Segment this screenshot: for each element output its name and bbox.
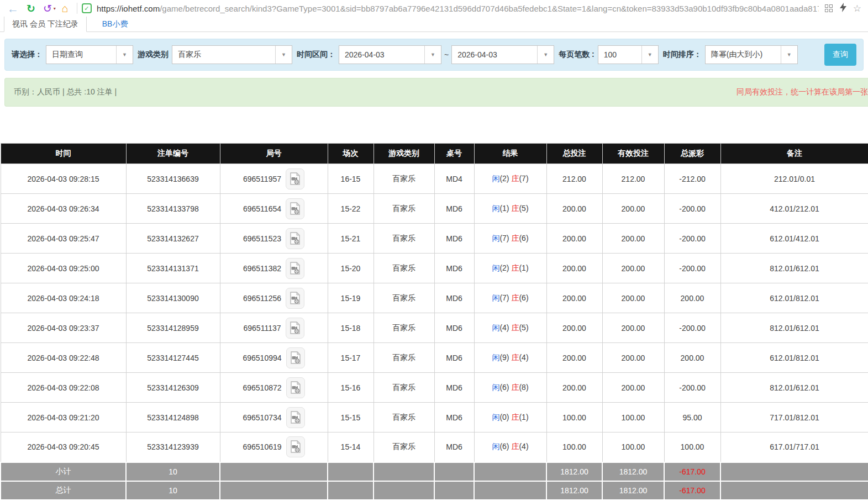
sort-value: 降幂(由大到小) — [706, 46, 781, 64]
cell-total-bet[interactable]: 200.00 — [546, 373, 602, 403]
cell-payout: 200.00 — [664, 283, 720, 313]
tilde-separator: ~ — [444, 50, 449, 59]
url-host: https://iohetf.com — [97, 4, 160, 13]
cell-total-bet[interactable]: 100.00 — [546, 433, 602, 462]
chevron-down-icon[interactable]: ▼ — [781, 46, 797, 64]
total-payout: -617.00 — [664, 481, 720, 500]
total-row: 总计 10 1812.00 1812.00 -617.00 — [1, 481, 868, 500]
filter-panel: 请选择： 日期查询 ▼ 游戏类别 百家乐 ▼ 时间区间： 2026-04-03 … — [4, 39, 864, 71]
page-size-select[interactable]: 100 ▼ — [598, 45, 659, 64]
result-banker-label: 庄 — [511, 234, 519, 242]
game-type-label: 游戏类别 — [138, 50, 169, 60]
cell-note: 812.01/612.01 — [720, 373, 868, 403]
cell-game-type: 百家乐 — [373, 194, 434, 224]
undo-icon[interactable]: ↺ — [43, 3, 52, 14]
table-row: 2026-04-03 09:21:20 523314124898 6965107… — [1, 403, 868, 433]
cell-bet-id: 523314127445 — [126, 343, 220, 373]
toolbar-divider — [77, 3, 77, 14]
tab-bb-tip[interactable]: BB小费 — [94, 17, 136, 31]
search-button[interactable]: 查询 — [824, 44, 856, 66]
cell-bet-id: 523314132627 — [126, 224, 220, 254]
col-result: 结果 — [474, 144, 546, 164]
cell-result: 闲(6) 庄(8) — [474, 373, 546, 403]
result-banker-label: 庄 — [511, 383, 519, 392]
cell-total-bet[interactable]: 212.00 — [546, 164, 602, 194]
cell-total-bet[interactable]: 200.00 — [546, 254, 602, 283]
refresh-icon[interactable]: ↻ — [27, 3, 35, 14]
sort-select[interactable]: 降幂(由大到小) ▼ — [705, 45, 798, 64]
cell-total-bet[interactable]: 200.00 — [546, 194, 602, 224]
subtotal-payout: -617.00 — [664, 462, 720, 481]
col-note: 备注 — [720, 144, 868, 164]
game-type-select[interactable]: 百家乐 ▼ — [172, 45, 292, 64]
chevron-down-icon[interactable]: ▼ — [116, 46, 133, 64]
result-banker-value: (8) — [519, 383, 528, 392]
cell-total-bet[interactable]: 200.00 — [546, 313, 602, 343]
cell-total-bet[interactable]: 100.00 — [546, 403, 602, 433]
video-replay-icon[interactable] — [286, 436, 305, 457]
chevron-down-icon[interactable]: ▼ — [641, 46, 658, 64]
chevron-down-icon[interactable]: ▼ — [275, 46, 292, 64]
result-banker-value: (4) — [519, 442, 528, 451]
video-replay-icon[interactable] — [286, 228, 304, 249]
cell-session: 15-21 — [328, 224, 373, 254]
tab-bet-record[interactable]: 视讯 会员 下注纪录 — [4, 17, 87, 32]
cell-valid-bet: 200.00 — [602, 194, 664, 224]
query-type-select[interactable]: 日期查询 ▼ — [46, 45, 133, 64]
cell-game-type: 百家乐 — [373, 164, 434, 194]
video-replay-icon[interactable] — [286, 407, 305, 428]
subtotal-label: 小计 — [1, 462, 126, 481]
cell-bet-id: 523314131371 — [126, 254, 220, 283]
col-bet-id: 注单编号 — [126, 144, 220, 164]
date-from-select[interactable]: 2026-04-03 ▼ — [339, 45, 441, 64]
secure-shield-icon[interactable]: ✓ — [82, 3, 92, 13]
cell-table-no: MD6 — [434, 194, 474, 224]
cell-time: 2026-04-03 09:24:18 — [1, 283, 126, 313]
round-number: 696510872 — [243, 383, 281, 392]
cell-total-bet[interactable]: 200.00 — [546, 283, 602, 313]
video-replay-icon[interactable] — [286, 168, 304, 189]
cell-session: 15-15 — [328, 403, 373, 433]
cell-round: 696511137 — [220, 313, 328, 343]
date-to-select[interactable]: 2026-04-03 ▼ — [451, 45, 554, 64]
result-banker-label: 庄 — [511, 353, 519, 362]
round-number: 696511137 — [244, 324, 281, 333]
cell-total-bet[interactable]: 200.00 — [546, 343, 602, 373]
valid-bet-notice-text: 同局有效投注，统一计算在该局第一张 — [737, 87, 868, 97]
total-valid-bet: 1812.00 — [602, 481, 664, 500]
video-replay-icon[interactable] — [286, 258, 304, 279]
video-replay-icon[interactable] — [286, 318, 304, 339]
cell-time: 2026-04-03 09:25:47 — [1, 224, 126, 254]
cell-valid-bet: 100.00 — [602, 403, 664, 433]
lightning-icon[interactable] — [840, 3, 846, 14]
address-bar[interactable]: https://iohetf.com/game/betrecord_search… — [97, 4, 819, 13]
result-player-value: (7) — [499, 234, 509, 242]
undo-dropdown-icon[interactable]: ▾ — [54, 6, 56, 11]
video-replay-icon[interactable] — [286, 377, 305, 398]
home-icon[interactable]: ⌂ — [62, 3, 69, 14]
url-path: /game/betrecord_search/kind3?GameType=30… — [160, 4, 819, 13]
cell-round: 696510994 — [220, 343, 328, 373]
result-player-label: 闲 — [492, 234, 499, 242]
result-player-value: (1) — [499, 204, 509, 213]
cell-total-bet[interactable]: 200.00 — [546, 224, 602, 254]
subtotal-valid-bet: 1812.00 — [602, 462, 664, 481]
chevron-down-icon[interactable]: ▼ — [537, 46, 554, 64]
result-player-label: 闲 — [492, 383, 499, 392]
video-replay-icon[interactable] — [286, 198, 304, 219]
chevron-down-icon[interactable]: ▼ — [424, 46, 441, 64]
table-row: 2026-04-03 09:23:37 523314128959 6965111… — [1, 313, 868, 343]
favorite-star-icon[interactable]: ☆ — [853, 3, 861, 14]
back-icon[interactable]: ← — [7, 3, 19, 14]
video-replay-icon[interactable] — [286, 347, 305, 368]
result-player-value: (9) — [499, 353, 509, 362]
currency-summary-text: 币别：人民币 | 总共 :10 注单 | — [14, 87, 117, 97]
qr-code-icon[interactable] — [825, 4, 833, 12]
sort-label: 时间排序： — [663, 50, 702, 60]
round-number: 696510619 — [243, 442, 281, 451]
col-game-type: 游戏类别 — [373, 144, 434, 164]
subtotal-total-bet: 1812.00 — [546, 462, 602, 481]
cell-session: 15-18 — [328, 313, 373, 343]
tab-bar: 视讯 会员 下注纪录 BB小费 — [0, 17, 868, 32]
video-replay-icon[interactable] — [286, 288, 304, 309]
